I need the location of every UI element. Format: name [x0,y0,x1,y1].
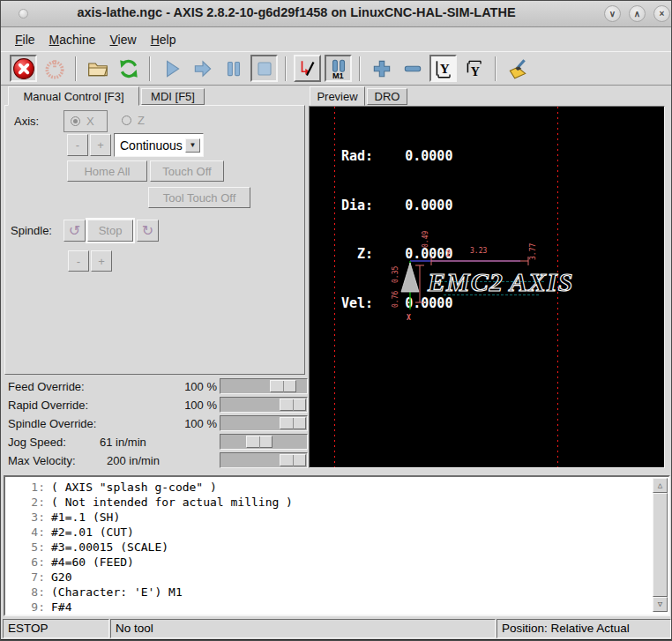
spindle-override-value: 100 % [93,417,217,430]
touch-off-button[interactable]: Touch Off [150,160,224,182]
reload-button[interactable] [115,55,142,82]
view-y-icon: Y [432,57,455,80]
scrollbar-thumb[interactable] [653,493,668,597]
spindle-ccw-button[interactable]: ↺ [63,220,86,242]
spindle-plus-button[interactable]: + [91,250,112,272]
skip-lines-toggle[interactable] [294,55,321,82]
spindle-cw-icon: ↻ [142,224,153,238]
slider-handle[interactable] [246,436,273,448]
slider-handle[interactable] [280,399,306,411]
gcode-scrollbar[interactable]: △ ▽ [653,478,668,612]
dim-tool-lower: 0.76 [392,291,399,308]
step-button[interactable] [189,55,216,82]
svg-text:Y: Y [439,60,449,75]
spindle-override-slider[interactable] [220,415,308,431]
minus-icon [401,57,424,80]
close-button[interactable]: × [653,5,670,22]
feed-override-slider[interactable] [220,378,308,394]
home-all-button[interactable]: Home All [67,160,147,182]
rapid-override-slider[interactable] [220,397,308,413]
toolbar-separator [149,56,151,81]
jog-mode-value: Continuous [120,138,183,153]
open-file-button[interactable] [84,55,111,82]
axis-x-radio[interactable] [71,116,80,126]
title-bar[interactable]: axis-lathe.ngc - AXIS 2.8.2-10-g6d29f145… [1,1,672,27]
status-tool: No tool [110,619,496,638]
slider-handle[interactable] [280,417,306,429]
gcode-line: 8:(Character: 'E') M1 [5,585,668,600]
slider-handle[interactable] [280,454,306,466]
scroll-up-icon[interactable]: △ [653,478,668,493]
dro-rad: Rad: 0.0000 [341,148,452,165]
jog-plus-button[interactable]: + [90,134,111,156]
folder-icon [86,57,109,80]
menu-help[interactable]: Help [144,30,183,49]
estop-button[interactable] [10,55,37,82]
preview-canvas[interactable]: Rad: 0.0000 Dia: 0.0000 Z: 0.0000 Vel: 0… [309,106,665,468]
pause-icon [222,57,245,80]
gcode-line: 3:#1=.1 (SH) [5,510,668,525]
optional-stop-toggle[interactable]: M1 [325,55,352,82]
tab-manual-control[interactable]: Manual Control [F3] [8,86,139,106]
optional-stop-icon: M1 [327,57,350,80]
dim-origin-offset: 0.49 [422,231,429,248]
play-icon [161,57,183,80]
spindle-cw-button[interactable]: ↻ [137,220,159,242]
toolbar: M1 Y Y [1,51,672,86]
minimize-button[interactable]: ∨ [604,5,621,22]
stop-icon [253,57,276,80]
gcode-line: 6:#4=60 (FEED) [5,555,668,570]
zoom-out-button[interactable] [399,55,426,82]
dim-tool-upper: 0.35 [392,266,399,283]
jog-mode-select[interactable]: Continuous ▼ [114,133,204,157]
jog-speed-value: 61 in/min [100,436,146,449]
status-estop: ESTOP [3,619,109,638]
scroll-down-icon[interactable]: ▽ [653,597,668,612]
reload-icon [117,57,140,80]
menu-view[interactable]: View [103,30,144,49]
gcode-line: 9:F#4 [5,600,668,615]
view-y2-button[interactable]: Y [460,55,488,82]
window-title: axis-lathe.ngc - AXIS 2.8.2-10-g6d29f145… [1,5,592,19]
axis-z-label: Z [138,114,145,127]
dro-dia: Dia: 0.0000 [341,198,452,214]
tab-dro[interactable]: DRO [367,88,407,105]
tab-preview[interactable]: Preview [310,86,365,106]
splash-logo-text: EMC2 AXIS [428,267,573,297]
tool-cone [401,263,419,292]
menu-machine[interactable]: Machine [42,30,103,49]
run-button[interactable] [158,55,185,82]
spindle-stop-button[interactable]: Stop [87,220,133,242]
pause-button[interactable] [220,55,247,82]
dim-z-limit: 3.77 [529,243,537,260]
gcode-listing[interactable]: 1:( AXIS "splash g-code" ) 2:( Not inten… [4,475,670,616]
svg-text:M1: M1 [332,71,343,79]
max-velocity-slider[interactable] [220,452,308,468]
machine-limit-line [334,107,335,467]
spindle-minus-button[interactable]: - [68,250,89,272]
combo-arrow-icon: ▼ [185,138,200,153]
spindle-label: Spindle: [11,224,52,237]
stop-button[interactable] [250,55,278,82]
menu-file[interactable]: File [8,30,42,49]
maximize-button[interactable]: ∧ [629,5,646,22]
step-arrow-icon [191,57,214,80]
gcode-line: 5:#3=.00015 (SCALE) [5,540,668,555]
machine-power-button[interactable] [41,55,68,82]
max-velocity-label: Max Velocity: [8,454,76,467]
toolbar-separator [359,56,361,81]
clear-plot-button[interactable] [504,55,531,82]
spindle-override-label: Spindle Override: [8,417,96,430]
view-y-button[interactable]: Y [429,55,457,82]
estop-icon [12,57,35,80]
slider-handle[interactable] [270,380,296,392]
dim-z-extent: 3.23 [470,247,487,255]
tab-mdi[interactable]: MDI [F5] [141,88,205,105]
tool-touch-off-button[interactable]: Tool Touch Off [148,187,250,208]
jog-speed-slider[interactable] [220,434,308,450]
zoom-in-button[interactable] [368,55,395,82]
jog-minus-button[interactable]: - [67,134,88,156]
toolbar-separator [285,56,287,81]
axis-z-radio[interactable] [122,116,131,125]
skip-lines-icon [296,57,319,80]
